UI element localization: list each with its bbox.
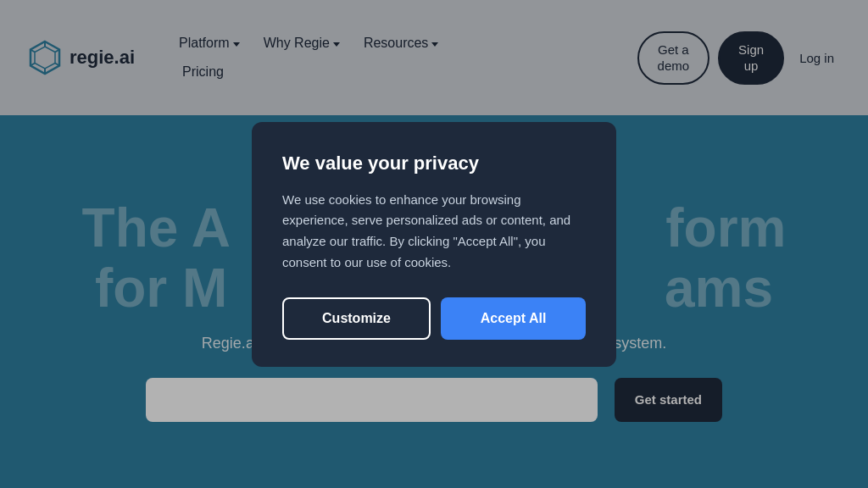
accept-all-button[interactable]: Accept All xyxy=(441,297,586,340)
modal-body: We use cookies to enhance your browsing … xyxy=(282,190,586,274)
customize-button[interactable]: Customize xyxy=(282,297,431,340)
modal-overlay: We value your privacy We use cookies to … xyxy=(0,0,868,488)
modal-actions: Customize Accept All xyxy=(282,297,586,340)
privacy-modal: We value your privacy We use cookies to … xyxy=(252,122,616,367)
modal-title: We value your privacy xyxy=(282,152,586,175)
